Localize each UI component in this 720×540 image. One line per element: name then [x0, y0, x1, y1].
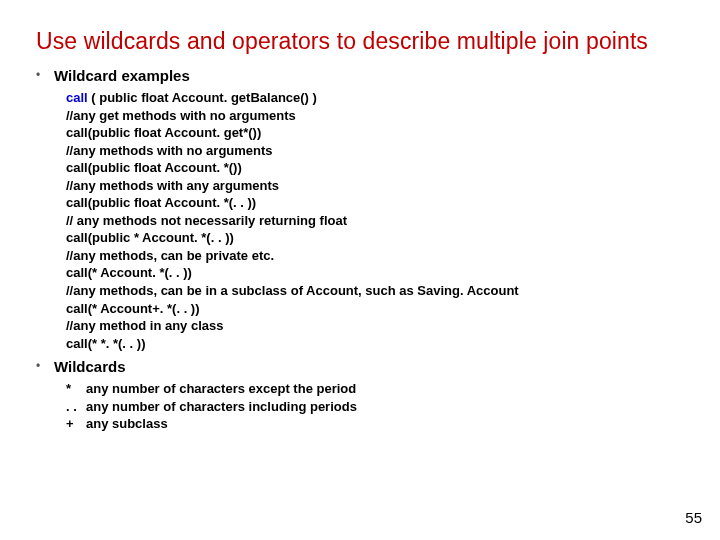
legend-symbol: . .: [66, 398, 86, 416]
code-line: //any methods with any arguments: [66, 177, 690, 195]
code-line: call(* *. *(. . )): [66, 335, 690, 353]
section-wildcard-examples: Wildcard examples: [34, 67, 690, 85]
legend-block: * any number of characters except the pe…: [66, 380, 690, 433]
code-line: call(public float Account. *(. . )): [66, 194, 690, 212]
call-keyword: call: [66, 90, 88, 105]
code-line: // any methods not necessarily returning…: [66, 212, 690, 230]
code-line: //any methods, can be in a subclass of A…: [66, 282, 690, 300]
bullet-list: Wildcard examples: [34, 67, 690, 85]
legend-row: + any subclass: [66, 415, 690, 433]
code-line: //any methods, can be private etc.: [66, 247, 690, 265]
code-line: call(public float Account. get*()): [66, 124, 690, 142]
section-label: Wildcard examples: [54, 67, 190, 84]
code-line: call ( public float Account. getBalance(…: [66, 89, 690, 107]
section-label: Wildcards: [54, 358, 126, 375]
legend-row: . . any number of characters including p…: [66, 398, 690, 416]
slide-title: Use wildcards and operators to describe …: [36, 28, 690, 55]
code-line: call(* Account+. *(. . )): [66, 300, 690, 318]
legend-row: * any number of characters except the pe…: [66, 380, 690, 398]
code-block: call ( public float Account. getBalance(…: [66, 89, 690, 352]
code-line: //any method in any class: [66, 317, 690, 335]
code-line: //any methods with no arguments: [66, 142, 690, 160]
code-line: call(public * Account. *(. . )): [66, 229, 690, 247]
legend-desc: any number of characters except the peri…: [86, 380, 356, 398]
legend-symbol: +: [66, 415, 86, 433]
slide: Use wildcards and operators to describe …: [0, 0, 720, 540]
legend-symbol: *: [66, 380, 86, 398]
legend-desc: any number of characters including perio…: [86, 398, 357, 416]
code-line: call(public float Account. *()): [66, 159, 690, 177]
bullet-list: Wildcards: [34, 358, 690, 376]
section-wildcards: Wildcards: [34, 358, 690, 376]
code-line: call(* Account. *(. . )): [66, 264, 690, 282]
code-line: //any get methods with no arguments: [66, 107, 690, 125]
legend-desc: any subclass: [86, 415, 168, 433]
page-number: 55: [685, 509, 702, 526]
